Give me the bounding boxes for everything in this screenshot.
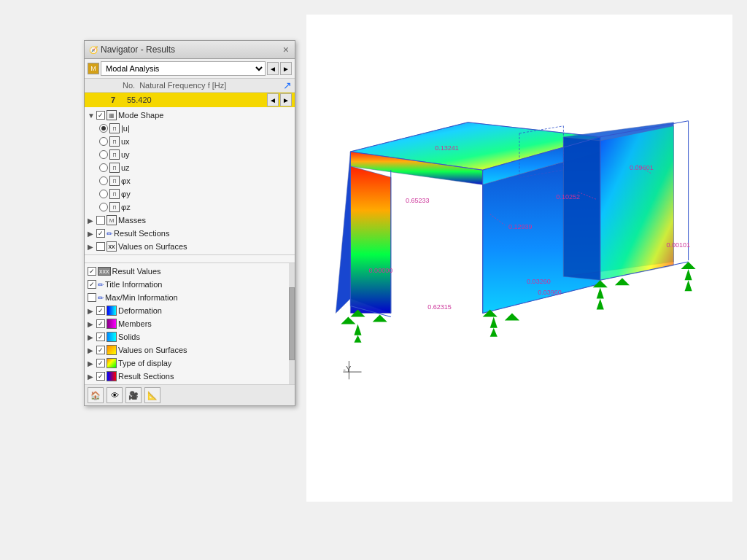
icon-uz: Π (109, 163, 120, 173)
mode-ux-row[interactable]: Π ux (96, 135, 295, 148)
mode-phix-row[interactable]: Π φx (96, 174, 295, 187)
members-checkbox[interactable] (96, 319, 105, 328)
result-sections-row[interactable]: ▶ ✏ Result Sections (85, 227, 295, 240)
navigator-panel: 🧭 Navigator - Results × M Modal Analysis… (84, 40, 295, 406)
radio-u-abs[interactable] (99, 124, 108, 133)
members-label: Members (118, 319, 152, 328)
values-surfaces-checkbox[interactable] (96, 242, 105, 251)
svg-marker-32 (615, 278, 630, 285)
nav-left-arrow[interactable]: ◄ (267, 62, 279, 75)
panel-toolbar: 🏠 👁 🎥 📐 (85, 384, 295, 405)
result-values-checkbox[interactable] (88, 267, 96, 276)
mode-shape-label: Mode Shape (118, 111, 163, 120)
masses-checkbox[interactable] (96, 216, 105, 225)
type-display-checkbox[interactable] (96, 359, 105, 368)
title-info-checkbox[interactable] (88, 280, 96, 289)
values-surfaces-expand[interactable]: ▶ (88, 243, 95, 251)
result-sections-label: Result Sections (114, 229, 169, 238)
radio-phiy[interactable] (99, 190, 108, 198)
tree-gap (85, 255, 295, 262)
icon-ux: Π (109, 136, 120, 147)
svg-marker-3 (336, 152, 350, 314)
mode-shape-expand[interactable]: ▼ (88, 112, 95, 120)
radio-phix[interactable] (99, 176, 108, 185)
analysis-dropdown[interactable]: Modal Analysis (101, 61, 266, 76)
result-sections-bottom-checkbox[interactable] (96, 372, 105, 381)
svg-marker-35 (490, 328, 498, 337)
masses-expand[interactable]: ▶ (88, 217, 95, 225)
members-expand[interactable]: ▶ (88, 320, 95, 328)
svg-marker-38 (685, 269, 692, 280)
row-nav-left[interactable]: ◄ (267, 93, 279, 106)
mode-u-abs-row[interactable]: Π |u| (96, 122, 295, 135)
svg-text:0.62315: 0.62315 (427, 303, 452, 311)
members-row[interactable]: ▶ Members (85, 317, 295, 330)
modal-icon: M (88, 63, 99, 74)
svg-marker-36 (597, 287, 604, 298)
mode-shape-checkbox[interactable] (96, 111, 105, 120)
svg-text:0.09601: 0.09601 (630, 164, 654, 171)
icon-uy: Π (109, 149, 120, 160)
toolbar-eye-button[interactable]: 👁 (107, 387, 123, 403)
svg-marker-28 (354, 335, 361, 343)
values-surfaces-bottom-row[interactable]: ▶ Values on Surfaces (85, 343, 295, 357)
mode-uy-row[interactable]: Π uy (96, 148, 295, 161)
row-nav-right[interactable]: ► (280, 93, 292, 106)
close-button[interactable]: × (282, 44, 290, 55)
maxmin-information-row[interactable]: ✏ Max/Min Information (85, 291, 295, 304)
viewport-svg: 0.13241 0.65233 0.00000 0.62315 0.12939 … (306, 15, 732, 502)
solids-expand[interactable]: ▶ (88, 333, 95, 341)
tree-top-section: ▼ ▦ Mode Shape Π |u| Π ux Π uy Π uz (85, 107, 295, 255)
values-surfaces-bottom-icon (107, 345, 117, 355)
values-surfaces-icon: xx (107, 241, 117, 252)
toolbar-home-button[interactable]: 🏠 (88, 387, 104, 403)
radio-phiz[interactable] (99, 203, 108, 211)
values-on-surfaces-row[interactable]: ▶ xx Values on Surfaces (85, 240, 295, 253)
svg-text:0.10252: 0.10252 (556, 193, 580, 201)
svg-text:0.00101: 0.00101 (666, 241, 690, 249)
result-sections-bottom-row[interactable]: ▶ Result Sections (85, 370, 295, 383)
values-surfaces-bottom-expand[interactable]: ▶ (88, 346, 95, 354)
radio-uy[interactable] (99, 150, 108, 159)
result-sections-bottom-icon (107, 371, 117, 381)
masses-row[interactable]: ▶ M Masses (85, 214, 295, 227)
mode-phiy-row[interactable]: Π φy (96, 187, 295, 201)
radio-uz[interactable] (99, 163, 108, 172)
svg-marker-10 (600, 126, 674, 280)
deformation-row[interactable]: ▶ Deformation (85, 304, 295, 317)
type-display-row[interactable]: ▶ Type of display (85, 357, 295, 370)
type-display-icon (107, 358, 117, 368)
masses-label: Masses (118, 216, 146, 225)
result-sections-expand[interactable]: ▶ (88, 230, 95, 238)
radio-ux[interactable] (99, 137, 108, 146)
toolbar-measure-button[interactable]: 📐 (144, 387, 160, 403)
col-freq: Natural Frequency f [Hz] (139, 81, 226, 90)
icon-phiz: Π (109, 202, 120, 212)
result-values-row[interactable]: xxx Result Values (85, 265, 295, 278)
svg-marker-39 (685, 280, 692, 291)
frequency-selected-row[interactable]: 7 55.420 ◄ ► (85, 93, 295, 107)
solids-checkbox[interactable] (96, 332, 105, 341)
mode-uz-row[interactable]: Π uz (96, 161, 295, 174)
type-display-expand[interactable]: ▶ (88, 359, 95, 368)
mode-shape-row[interactable]: ▼ ▦ Mode Shape (85, 109, 295, 122)
result-sections-bottom-expand[interactable]: ▶ (88, 373, 95, 381)
title-information-row[interactable]: ✏ Title Information (85, 278, 295, 291)
label-ux: ux (121, 137, 130, 146)
toolbar-camera-button[interactable]: 🎥 (125, 387, 142, 403)
solids-row[interactable]: ▶ Solids (85, 330, 295, 343)
title-info-icon: ✏ (98, 281, 104, 289)
maxmin-checkbox[interactable] (88, 293, 96, 302)
mode-phiz-row[interactable]: Π φz (96, 201, 295, 214)
svg-marker-9 (563, 137, 600, 280)
label-phiy: φy (121, 190, 131, 198)
result-sections-checkbox[interactable] (96, 229, 105, 238)
deformation-expand[interactable]: ▶ (88, 307, 95, 315)
values-surfaces-bottom-checkbox[interactable] (96, 346, 105, 354)
scrollbar-thumb[interactable] (289, 287, 295, 360)
tree-bottom-section: xxx Result Values ✏ Title Information ✏ … (85, 262, 295, 384)
nav-right-arrow[interactable]: ► (280, 62, 292, 75)
deformation-checkbox[interactable] (96, 306, 105, 315)
svg-marker-30 (505, 314, 519, 321)
title-info-label: Title Information (105, 280, 162, 289)
